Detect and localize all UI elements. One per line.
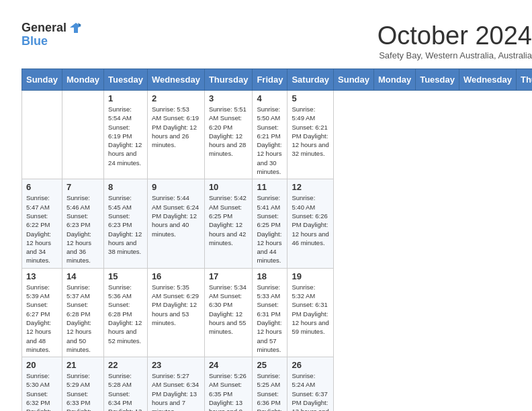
day-number: 12 [292,182,329,192]
day-info: Sunrise: 5:44 AM Sunset: 6:24 PM Dayligh… [152,193,200,238]
day-info: Sunrise: 5:45 AM Sunset: 6:23 PM Dayligh… [108,193,143,256]
calendar-week-row: 1Sunrise: 5:54 AM Sunset: 6:19 PM Daylig… [22,91,533,179]
day-info: Sunrise: 5:46 AM Sunset: 6:23 PM Dayligh… [66,193,99,265]
day-info: Sunrise: 5:49 AM Sunset: 6:21 PM Dayligh… [292,105,329,158]
day-info: Sunrise: 5:28 AM Sunset: 6:34 PM Dayligh… [108,371,143,411]
logo-blue: Blue [21,35,81,48]
weekday-header-sunday: Sunday [22,69,62,91]
day-info: Sunrise: 5:33 AM Sunset: 6:31 PM Dayligh… [257,283,283,354]
calendar-cell: 23Sunrise: 5:27 AM Sunset: 6:34 PM Dayli… [147,357,204,411]
weekday-header-monday: Monday [62,69,103,91]
day-info: Sunrise: 5:50 AM Sunset: 6:21 PM Dayligh… [257,105,283,176]
day-number: 22 [108,360,143,370]
weekday-header-wednesday: Wednesday [147,69,204,91]
calendar-table: SundayMondayTuesdayWednesdayThursdayFrid… [21,68,532,411]
calendar-cell: 22Sunrise: 5:28 AM Sunset: 6:34 PM Dayli… [104,357,148,411]
day-number: 19 [292,271,329,281]
day-number: 23 [152,360,200,370]
day-info: Sunrise: 5:54 AM Sunset: 6:19 PM Dayligh… [108,105,143,167]
day-info: Sunrise: 5:40 AM Sunset: 6:26 PM Dayligh… [292,193,329,247]
calendar-cell: 10Sunrise: 5:42 AM Sunset: 6:25 PM Dayli… [204,179,253,268]
day-info: Sunrise: 5:39 AM Sunset: 6:27 PM Dayligh… [26,283,58,354]
day-number: 25 [257,360,283,370]
calendar-cell: 1Sunrise: 5:54 AM Sunset: 6:19 PM Daylig… [104,91,148,179]
calendar-cell: 12Sunrise: 5:40 AM Sunset: 6:26 PM Dayli… [287,179,334,268]
day-number: 17 [209,271,249,281]
day-info: Sunrise: 5:24 AM Sunset: 6:37 PM Dayligh… [292,371,329,411]
day-number: 26 [292,360,329,370]
location-text: Safety Bay, Western Australia, Australia [378,50,532,60]
day-info: Sunrise: 5:41 AM Sunset: 6:25 PM Dayligh… [257,193,283,265]
weekday-header-tuesday: Tuesday [416,69,459,91]
calendar-cell: 9Sunrise: 5:44 AM Sunset: 6:24 PM Daylig… [147,179,204,268]
calendar-week-row: 20Sunrise: 5:30 AM Sunset: 6:32 PM Dayli… [22,357,533,411]
weekday-header-saturday: Saturday [287,69,334,91]
day-info: Sunrise: 5:35 AM Sunset: 6:29 PM Dayligh… [152,283,200,327]
day-info: Sunrise: 5:25 AM Sunset: 6:36 PM Dayligh… [257,371,283,411]
calendar-cell: 18Sunrise: 5:33 AM Sunset: 6:31 PM Dayli… [253,268,287,357]
day-number: 21 [66,360,99,370]
day-number: 18 [257,271,283,281]
title-area: October 2024 Safety Bay, Western Austral… [378,21,532,60]
weekday-header-wednesday: Wednesday [459,69,516,91]
calendar-week-row: 13Sunrise: 5:39 AM Sunset: 6:27 PM Dayli… [22,268,533,357]
calendar-cell: 17Sunrise: 5:34 AM Sunset: 6:30 PM Dayli… [204,268,253,357]
day-number: 20 [26,360,58,370]
calendar-cell: 6Sunrise: 5:47 AM Sunset: 6:22 PM Daylig… [22,179,62,268]
day-number: 2 [152,93,200,103]
day-info: Sunrise: 5:26 AM Sunset: 6:35 PM Dayligh… [209,371,249,411]
calendar-cell: 19Sunrise: 5:32 AM Sunset: 6:31 PM Dayli… [287,268,334,357]
day-number: 4 [257,93,283,103]
weekday-header-thursday: Thursday [516,69,532,91]
calendar-cell: 3Sunrise: 5:51 AM Sunset: 6:20 PM Daylig… [204,91,253,179]
calendar-cell: 25Sunrise: 5:25 AM Sunset: 6:36 PM Dayli… [253,357,287,411]
calendar-cell [62,91,103,179]
calendar-cell: 24Sunrise: 5:26 AM Sunset: 6:35 PM Dayli… [204,357,253,411]
day-info: Sunrise: 5:47 AM Sunset: 6:22 PM Dayligh… [26,193,58,265]
day-info: Sunrise: 5:42 AM Sunset: 6:25 PM Dayligh… [209,193,249,247]
calendar-cell: 26Sunrise: 5:24 AM Sunset: 6:37 PM Dayli… [287,357,334,411]
calendar-cell: 14Sunrise: 5:37 AM Sunset: 6:28 PM Dayli… [62,268,103,357]
weekday-header-monday: Monday [374,69,416,91]
day-info: Sunrise: 5:27 AM Sunset: 6:34 PM Dayligh… [152,371,200,411]
logo-bird-icon [68,22,81,34]
logo-container: General Blue [21,21,81,48]
calendar-cell: 4Sunrise: 5:50 AM Sunset: 6:21 PM Daylig… [253,91,287,179]
calendar-cell: 11Sunrise: 5:41 AM Sunset: 6:25 PM Dayli… [253,179,287,268]
day-number: 15 [108,271,143,281]
weekday-header-row: SundayMondayTuesdayWednesdayThursdayFrid… [22,69,533,91]
day-info: Sunrise: 5:53 AM Sunset: 6:19 PM Dayligh… [152,105,200,149]
day-info: Sunrise: 5:32 AM Sunset: 6:31 PM Dayligh… [292,283,329,336]
day-info: Sunrise: 5:51 AM Sunset: 6:20 PM Dayligh… [209,105,249,158]
day-number: 3 [209,93,249,103]
day-number: 13 [26,271,58,281]
day-number: 7 [66,182,99,192]
calendar-cell: 13Sunrise: 5:39 AM Sunset: 6:27 PM Dayli… [22,268,62,357]
day-number: 1 [108,93,143,103]
calendar-week-row: 6Sunrise: 5:47 AM Sunset: 6:22 PM Daylig… [22,179,533,268]
day-number: 6 [26,182,58,192]
weekday-header-thursday: Thursday [204,69,253,91]
day-info: Sunrise: 5:36 AM Sunset: 6:28 PM Dayligh… [108,283,143,345]
calendar-cell [22,91,62,179]
weekday-header-tuesday: Tuesday [104,69,148,91]
logo-general: General [21,21,66,35]
day-info: Sunrise: 5:30 AM Sunset: 6:32 PM Dayligh… [26,371,58,411]
calendar-cell: 8Sunrise: 5:45 AM Sunset: 6:23 PM Daylig… [104,179,148,268]
day-number: 9 [152,182,200,192]
calendar-cell: 20Sunrise: 5:30 AM Sunset: 6:32 PM Dayli… [22,357,62,411]
day-number: 8 [108,182,143,192]
day-number: 10 [209,182,249,192]
calendar-cell: 5Sunrise: 5:49 AM Sunset: 6:21 PM Daylig… [287,91,334,179]
day-info: Sunrise: 5:34 AM Sunset: 6:30 PM Dayligh… [209,283,249,336]
weekday-header-sunday: Sunday [334,69,374,91]
calendar-cell: 15Sunrise: 5:36 AM Sunset: 6:28 PM Dayli… [104,268,148,357]
calendar-cell: 21Sunrise: 5:29 AM Sunset: 6:33 PM Dayli… [62,357,103,411]
day-number: 5 [292,93,329,103]
day-number: 16 [152,271,200,281]
day-info: Sunrise: 5:37 AM Sunset: 6:28 PM Dayligh… [66,283,99,354]
calendar-cell: 16Sunrise: 5:35 AM Sunset: 6:29 PM Dayli… [147,268,204,357]
day-number: 14 [66,271,99,281]
calendar-cell: 2Sunrise: 5:53 AM Sunset: 6:19 PM Daylig… [147,91,204,179]
day-number: 24 [209,360,249,370]
